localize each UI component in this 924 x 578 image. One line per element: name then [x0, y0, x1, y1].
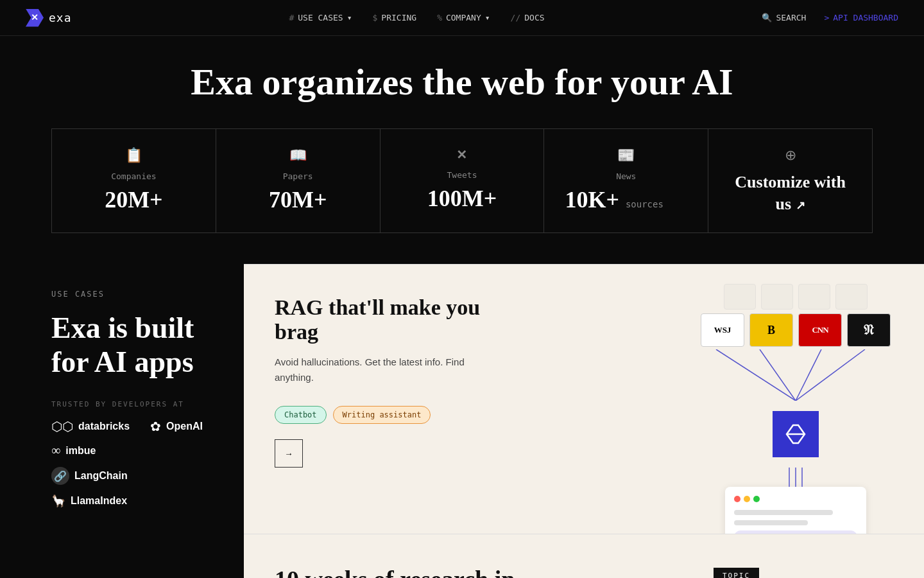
ghost-source-3	[798, 284, 830, 310]
ghost-source-2	[761, 284, 793, 310]
external-link-icon: ↗	[796, 199, 805, 212]
nav-company[interactable]: % COMPANY ▾	[437, 13, 490, 22]
companies-icon: 📋	[73, 147, 195, 164]
section-title: Exa is built for AI apps	[51, 311, 218, 380]
stat-news-value: 10K+	[565, 186, 619, 213]
stat-tweets-label: Tweets	[401, 170, 524, 180]
svg-line-0	[716, 349, 796, 401]
stat-news-suffix: sources	[626, 199, 663, 209]
svg-line-3	[796, 349, 865, 401]
chat-line-1	[734, 510, 833, 515]
nav-right: 🔍 SEARCH > API DASHBOARD	[762, 13, 898, 22]
company-row-3: 🦙 LlamaIndex	[51, 494, 218, 508]
rag-card-arrow-button[interactable]: →	[275, 439, 303, 468]
stat-companies-label: Companies	[73, 171, 195, 181]
chevron-down-icon: ▾	[485, 13, 490, 22]
stat-customize[interactable]: ⊕ Customize with us ↗	[708, 129, 873, 234]
topic-badge: TOPIC	[714, 568, 759, 578]
logo[interactable]: ✕ exa	[26, 9, 72, 27]
company-logos: ⬡⬡ databricks ✿ OpenAI ∞ imbue 🔗 LangCha…	[51, 419, 218, 508]
company-databricks: ⬡⬡ databricks	[51, 419, 130, 434]
stat-tweets-value: 100M+	[401, 185, 524, 212]
maximize-dot	[753, 496, 760, 502]
databricks-icon: ⬡⬡	[51, 419, 73, 434]
ghost-source-1	[724, 284, 756, 310]
stat-news: 📰 News 10K+ sources	[544, 129, 708, 234]
section-label: USE CASES	[51, 290, 218, 299]
stat-papers-value: 70M+	[237, 186, 359, 213]
close-dot	[734, 496, 740, 502]
svg-line-2	[796, 349, 821, 401]
langchain-icon: 🔗	[51, 467, 69, 485]
search-icon: 🔍	[762, 13, 772, 22]
stat-companies: 📋 Companies 20M+	[52, 129, 216, 234]
chat-window-dots	[734, 496, 857, 502]
company-row-1: ∞ imbue	[51, 443, 218, 458]
imbue-icon: ∞	[51, 443, 60, 458]
stat-papers-label: Papers	[237, 171, 359, 181]
tweets-icon: ✕	[401, 147, 524, 162]
company-llamaindex: 🦙 LlamaIndex	[51, 494, 127, 508]
nav-docs[interactable]: // DOCS	[511, 13, 545, 22]
arrow-right-icon: →	[284, 449, 293, 459]
company-row-2: 🔗 LangChain	[51, 467, 218, 485]
research-card-title: 10 weeks of research in 10 lines of code	[275, 565, 518, 578]
stat-customize-value: Customize with us ↗	[729, 171, 851, 215]
exa-center-node	[773, 411, 819, 457]
rag-illustration: WSJ B CNN 𝔑	[687, 284, 905, 534]
svg-line-1	[760, 349, 796, 401]
chat-user-bubble	[734, 530, 857, 534]
down-lines	[764, 468, 828, 487]
rag-card-desc: Avoid hallucinations. Get the latest inf…	[275, 355, 493, 385]
source-logos-row: WSJ B CNN 𝔑	[687, 313, 905, 347]
tag-writing-assistant: Writing assistant	[333, 406, 431, 424]
section-right: RAG that'll make you brag Avoid hallucin…	[244, 264, 924, 578]
logo-text: exa	[49, 11, 72, 24]
nav-center: # USE CASES ▾ $ PRICING % COMPANY ▾ // D…	[289, 13, 544, 22]
stat-news-label: News	[565, 171, 687, 181]
nav-use-cases[interactable]: # USE CASES ▾	[289, 13, 352, 22]
customize-icon: ⊕	[729, 147, 851, 164]
company-langchain: 🔗 LangChain	[51, 467, 128, 485]
company-imbue: ∞ imbue	[51, 443, 96, 458]
search-button[interactable]: 🔍 SEARCH	[762, 13, 806, 22]
research-card: 10 weeks of research in 10 lines of code…	[244, 534, 924, 578]
section-left: USE CASES Exa is built for AI apps TRUST…	[0, 264, 244, 578]
chat-preview	[725, 487, 866, 534]
stat-tweets: ✕ Tweets 100M+	[381, 129, 545, 234]
chevron-down-icon: ▾	[347, 13, 352, 22]
navbar: ✕ exa # USE CASES ▾ $ PRICING % COMPANY …	[0, 0, 924, 36]
ghost-source-4	[835, 284, 868, 310]
use-cases-section: USE CASES Exa is built for AI apps TRUST…	[0, 264, 924, 578]
hero-section: Exa organizes the web for your AI 📋 Comp…	[0, 36, 924, 233]
source-cnn: CNN	[798, 313, 842, 347]
trusted-label: TRUSTED BY DEVELOPERS AT	[51, 400, 218, 408]
openai-icon: ✿	[150, 419, 161, 434]
company-openai: ✿ OpenAI	[150, 419, 203, 434]
api-dashboard-button[interactable]: > API DASHBOARD	[824, 13, 898, 22]
connecting-lines	[687, 349, 905, 401]
nav-pricing[interactable]: $ PRICING	[373, 13, 417, 22]
source-wsj: WSJ	[701, 313, 744, 347]
source-nyt: 𝔑	[847, 313, 891, 347]
rag-card-title: RAG that'll make you brag	[275, 295, 493, 344]
news-icon: 📰	[565, 147, 687, 164]
tag-chatbot: Chatbot	[275, 406, 327, 424]
stat-companies-value: 20M+	[73, 186, 195, 213]
rag-card-tags: Chatbot Writing assistant	[275, 406, 518, 424]
logo-icon: ✕	[26, 9, 44, 27]
company-row-0: ⬡⬡ databricks ✿ OpenAI	[51, 419, 218, 434]
stat-papers: 📖 Papers 70M+	[216, 129, 381, 234]
llamaindex-icon: 🦙	[51, 494, 65, 508]
rag-card: RAG that'll make you brag Avoid hallucin…	[244, 264, 924, 534]
stats-row: 📋 Companies 20M+ 📖 Papers 70M+ ✕ Tweets …	[51, 128, 873, 234]
chat-line-2	[734, 520, 808, 525]
minimize-dot	[744, 496, 750, 502]
hero-title: Exa organizes the web for your AI	[0, 62, 924, 103]
papers-icon: 📖	[237, 147, 359, 164]
source-b: B	[749, 313, 793, 347]
